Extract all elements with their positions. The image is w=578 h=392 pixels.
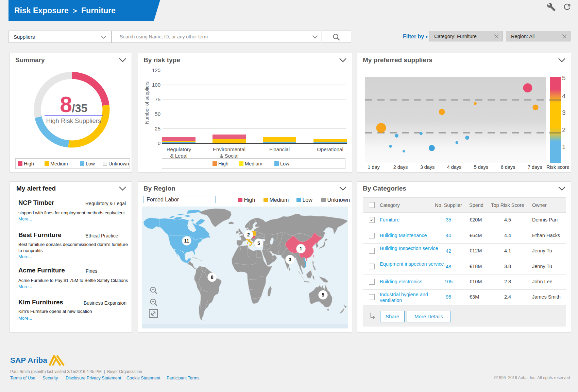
svg-text:1: 1 [300, 246, 302, 251]
svg-text:11: 11 [184, 238, 189, 244]
svg-text:2: 2 [247, 232, 250, 237]
svg-text:8: 8 [211, 274, 214, 280]
svg-text:5: 5 [322, 292, 324, 298]
svg-text:3: 3 [289, 257, 291, 262]
svg-text:5: 5 [257, 240, 260, 246]
